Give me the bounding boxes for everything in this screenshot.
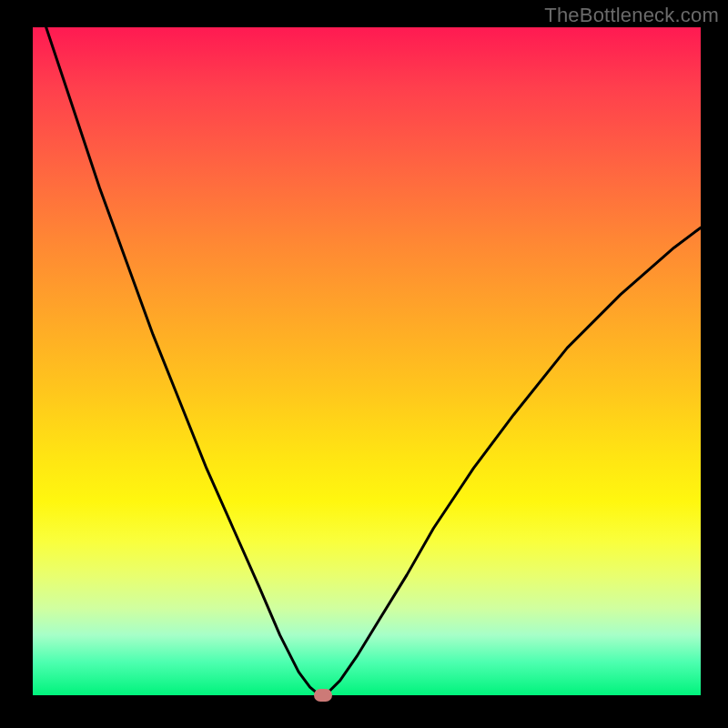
curve-layer	[33, 27, 701, 695]
plot-area	[33, 27, 701, 695]
watermark-text: TheBottleneck.com	[544, 4, 719, 27]
bottleneck-curve	[46, 27, 701, 695]
minimum-marker	[314, 689, 332, 702]
chart-stage: TheBottleneck.com	[0, 0, 728, 728]
